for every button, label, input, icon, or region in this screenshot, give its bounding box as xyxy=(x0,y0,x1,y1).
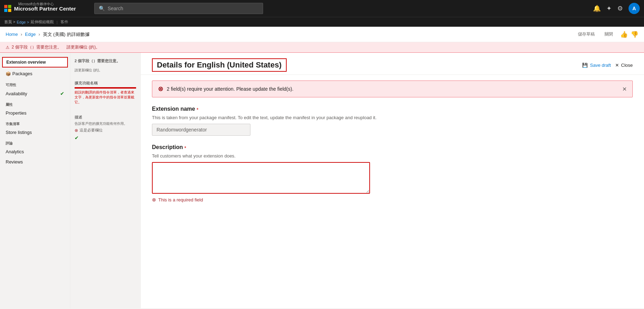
field-label-description: 描述 xyxy=(75,115,82,120)
field-label-ext-name: 擴充功能名稱 xyxy=(75,81,98,86)
right-content-area: 2 個字段（）需要您注意。 請更新欄位 (的)。 擴充功能名稱 錯誤的翻譯的插件… xyxy=(70,53,644,308)
svg-rect-0 xyxy=(4,5,7,8)
sparkle-icon[interactable]: ✦ xyxy=(606,5,612,12)
close-page-button[interactable]: ✕ Close xyxy=(615,63,633,68)
avatar[interactable]: A xyxy=(629,3,640,14)
alert-sub: 請更新欄位 (的)。 xyxy=(66,44,100,50)
main-form-area: Details for English (United States) 💾 Sa… xyxy=(141,53,644,308)
fields-preview-col: 2 個字段（）需要您注意。 請更新欄位 (的)。 擴充功能名稱 錯誤的翻譯的插件… xyxy=(70,53,141,308)
sidebar-item-packages[interactable]: 📦 Packages xyxy=(2,69,68,78)
breadcrumb-edge[interactable]: Edge xyxy=(25,32,36,37)
sidebar-section-label-properties: 屬性 xyxy=(0,100,70,108)
svg-rect-3 xyxy=(8,9,11,12)
alert-banner: ⚠ 2 個字段（）需要您注意。 請更新欄位 (的)。 xyxy=(0,42,644,53)
search-input[interactable] xyxy=(108,6,259,11)
field-required-note: ⊗ 這是必要欄位 xyxy=(75,128,103,133)
page-header: Details for English (United States) 💾 Sa… xyxy=(141,53,644,75)
availability-label: Availability xyxy=(6,91,27,96)
field-error-bar xyxy=(75,87,136,89)
page-title-box: Details for English (United States) xyxy=(152,58,287,72)
breadcrumb-save-btn[interactable]: 儲存草稿 xyxy=(575,30,598,39)
alert-message: 2 個字段（）需要您注意。 xyxy=(12,44,62,50)
sidebar-item-availability[interactable]: Availability ✔ xyxy=(0,88,70,99)
attention-banner-content: ⊗ 2 field(s) require your attention. Ple… xyxy=(158,85,293,93)
desc-required-star: * xyxy=(184,145,186,151)
breadcrumb-home[interactable]: Home xyxy=(6,32,18,37)
settings-icon[interactable]: ⚙ xyxy=(617,5,623,12)
sidebar-item-store-listings[interactable]: Store listings xyxy=(0,127,70,137)
ext-name-desc: This is taken from your package manifest… xyxy=(152,115,633,120)
breadcrumb-actions: 儲存草稿 關閉 👍 👎 xyxy=(575,30,638,39)
desc-label: Description xyxy=(152,144,183,150)
search-icon: 🔍 xyxy=(99,6,105,11)
availability-check-icon: ✔ xyxy=(60,91,64,96)
description-error-msg: ⊗ This is a required field xyxy=(152,197,633,202)
secondary-nav: 首頁 > Edge > 延伸模組概觀 | 客件 xyxy=(0,17,644,27)
thumbs-down-btn[interactable]: 👎 xyxy=(631,31,638,38)
sec-nav-label2: 客件 xyxy=(60,19,68,25)
thumbs-up-btn[interactable]: 👍 xyxy=(620,31,628,38)
error-text: This is a required field xyxy=(158,197,203,202)
description-field-group: Description * Tell customers what your e… xyxy=(152,144,633,202)
reviews-label: Reviews xyxy=(6,159,23,165)
sidebar-item-analytics[interactable]: Analytics xyxy=(0,147,70,157)
fields-col-header: 2 個字段（）需要您注意。 xyxy=(70,56,140,66)
extension-name-input[interactable] xyxy=(152,124,250,136)
page-title: Details for English (United States) xyxy=(157,60,282,69)
field-separator-1 xyxy=(152,136,633,144)
sidebar-section: Extension overview 📦 Packages 可用性 Availa… xyxy=(0,53,70,170)
packages-label: Packages xyxy=(12,71,32,76)
sidebar-section-label-store: 市集清單 xyxy=(0,120,70,127)
breadcrumb-current: 英文 (美國) 的詳細數據 xyxy=(43,31,90,38)
app-subtitle: Microsoft合作夥伴中心 xyxy=(18,2,54,7)
field-preview-ext-name: 擴充功能名稱 錯誤的翻譯的插件指令清單，者查過來文字，為更新套件中的指令清單並重… xyxy=(70,78,140,107)
save-draft-label: Save draft xyxy=(590,63,611,68)
svg-rect-1 xyxy=(8,5,11,8)
sec-nav-home: 首頁 > xyxy=(4,19,15,25)
sec-nav-edge: Edge > xyxy=(17,20,29,24)
sidebar-item-extension-overview[interactable]: Extension overview xyxy=(2,57,68,67)
sec-nav-label1: 延伸模組概觀 xyxy=(31,19,54,25)
attention-circle-icon: ⊗ xyxy=(158,85,163,93)
form-section: Extension name * This is taken from your… xyxy=(141,103,644,211)
description-textarea[interactable] xyxy=(152,162,370,194)
top-navbar: Microsoft Partner Center Microsoft合作夥伴中心… xyxy=(0,0,644,17)
svg-rect-2 xyxy=(4,9,7,12)
field-error-text: 錯誤的翻譯的插件指令清單，者查過來文字，為更新套件中的指令清單並重載它。 xyxy=(75,90,136,105)
breadcrumb-bar: Home › Edge › 英文 (美國) 的詳細數據 儲存草稿 關閉 👍 👎 xyxy=(0,27,644,42)
extension-overview-label: Extension overview xyxy=(6,60,46,65)
nav-icons: 🔔 ✦ ⚙ A xyxy=(593,3,640,14)
attention-text: 2 field(s) require your attention. Pleas… xyxy=(167,86,293,92)
alert-icon: ⚠ xyxy=(6,45,9,50)
sidebar-section-label-reviews: 評論 xyxy=(0,139,70,147)
field-preview-check: ✔ xyxy=(75,135,79,141)
fields-col-sub: 請更新欄位 (的)。 xyxy=(70,66,140,74)
desc-sub: Tell customers what your extension does. xyxy=(152,153,633,159)
close-x-icon: ✕ xyxy=(615,63,619,68)
field-preview-description: 描述 告訴客戶您的擴充功能有何作用。 ⊗ 這是必要欄位 ✔ xyxy=(70,112,140,143)
sidebar-item-reviews[interactable]: Reviews xyxy=(0,157,70,167)
packages-icon: 📦 xyxy=(6,71,11,76)
save-draft-icon: 💾 xyxy=(582,63,588,68)
ms-grid-icon xyxy=(4,5,11,12)
breadcrumb-sep1: › xyxy=(21,32,22,37)
error-circle-icon: ⊗ xyxy=(152,197,156,202)
thumbs-group: 👍 👎 xyxy=(620,31,638,38)
ext-name-required-star: * xyxy=(197,107,198,112)
close-label: Close xyxy=(621,63,633,68)
split-layout: 2 個字段（）需要您注意。 請更新欄位 (的)。 擴充功能名稱 錯誤的翻譯的插件… xyxy=(70,53,644,308)
main-layout: Extension overview 📦 Packages 可用性 Availa… xyxy=(0,53,644,308)
close-banner-button[interactable]: ✕ xyxy=(622,86,627,92)
save-draft-button[interactable]: 💾 Save draft xyxy=(582,63,611,68)
search-bar[interactable]: 🔍 xyxy=(94,3,263,14)
sidebar-item-properties[interactable]: Properties xyxy=(0,108,70,118)
attention-banner: ⊗ 2 field(s) require your attention. Ple… xyxy=(152,81,633,97)
extension-name-field-group: Extension name * This is taken from your… xyxy=(152,106,633,136)
notification-icon[interactable]: 🔔 xyxy=(593,5,601,12)
breadcrumb-close-btn[interactable]: 關閉 xyxy=(602,30,616,39)
ext-name-label: Extension name xyxy=(152,106,195,112)
properties-label: Properties xyxy=(6,110,26,116)
breadcrumb-sep2: › xyxy=(38,32,40,37)
field-required-icon: ⊗ xyxy=(75,128,78,133)
store-listings-label: Store listings xyxy=(6,130,32,135)
